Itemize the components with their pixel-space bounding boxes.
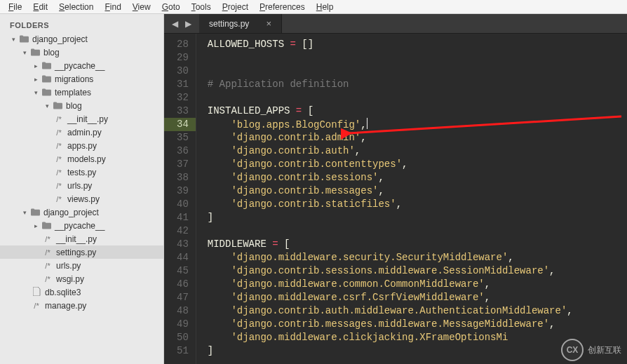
- code-line[interactable]: 'django.contrib.sessions.middleware.Sess…: [208, 264, 573, 278]
- file-ext-icon: /*: [52, 195, 66, 203]
- tree-folder[interactable]: ▾templates: [0, 86, 163, 99]
- chevron-right-icon[interactable]: ▸: [32, 222, 39, 229]
- code-line[interactable]: 'django.middleware.clickjacking.XFrameOp…: [208, 331, 573, 344]
- tree-file[interactable]: /*tests.py: [0, 166, 163, 179]
- tree-item-label: tests.py: [67, 168, 96, 177]
- code-line[interactable]: 'django.middleware.csrf.CsrfViewMiddlewa…: [208, 291, 573, 304]
- code-line[interactable]: [208, 224, 573, 238]
- tree-folder[interactable]: ▾django_project: [0, 205, 163, 219]
- code-content[interactable]: ALLOWED_HOSTS = []# Application definiti…: [196, 34, 573, 364]
- code-line[interactable]: 'blog.apps.BlogConfig',: [208, 118, 573, 131]
- code-line[interactable]: 'django.contrib.admin',: [208, 131, 573, 144]
- tree-file[interactable]: /*manage.py: [0, 299, 163, 312]
- file-ext-icon: /*: [41, 275, 55, 283]
- chevron-down-icon[interactable]: ▾: [32, 89, 39, 96]
- code-line[interactable]: 'django.contrib.messages.middleware.Mess…: [208, 318, 573, 331]
- tree-file[interactable]: /*admin.py: [0, 126, 163, 139]
- token-punc: ,: [485, 292, 490, 303]
- tree-file[interactable]: /*wsgi.py: [0, 272, 163, 285]
- tree-item-label: __pycache__: [55, 221, 104, 231]
- code-line[interactable]: MIDDLEWARE = [: [208, 238, 573, 251]
- token-plain: [208, 185, 231, 196]
- tree-file[interactable]: /*apps.py: [0, 139, 163, 152]
- menu-view[interactable]: View: [127, 1, 156, 13]
- token-punc: ,: [402, 159, 407, 170]
- menu-find[interactable]: Find: [99, 1, 126, 13]
- code-line[interactable]: ]: [208, 344, 573, 358]
- tab-settings[interactable]: settings.py ×: [199, 14, 282, 33]
- tab-next-icon[interactable]: ▶: [185, 19, 191, 29]
- token-punc: ,: [485, 278, 490, 290]
- menu-file[interactable]: File: [3, 1, 27, 13]
- code-line[interactable]: 'django.middleware.common.CommonMiddlewa…: [208, 278, 573, 291]
- tab-prev-icon[interactable]: ◀: [172, 19, 178, 29]
- line-number: 42: [177, 224, 189, 238]
- tree-item-label: __init__.py: [56, 234, 97, 244]
- code-line[interactable]: [208, 91, 573, 105]
- code-line[interactable]: # Application definition: [208, 78, 573, 91]
- token-plain: [290, 105, 295, 116]
- code-line[interactable]: [208, 51, 573, 65]
- folder-icon: [41, 62, 52, 69]
- token-cmt: # Application definition: [208, 79, 349, 90]
- folder-icon: [29, 48, 41, 56]
- menu-project[interactable]: Project: [217, 1, 254, 13]
- code-line[interactable]: 'django.contrib.messages',: [208, 184, 573, 198]
- chevron-down-icon[interactable]: ▾: [10, 36, 17, 43]
- close-icon[interactable]: ×: [266, 18, 271, 29]
- file-ext-icon: /*: [52, 155, 66, 163]
- code-line[interactable]: [208, 65, 573, 78]
- folder-icon: [41, 88, 52, 96]
- code-line[interactable]: 'django.contrib.sessions',: [208, 171, 573, 184]
- code-line[interactable]: ]: [208, 211, 573, 224]
- chevron-down-icon[interactable]: ▾: [21, 209, 28, 216]
- tree-folder[interactable]: ▸__pycache__: [0, 219, 163, 232]
- code-editor[interactable]: 2829303132333435363738394041424344454647…: [164, 34, 627, 364]
- chevron-right-icon[interactable]: ▸: [32, 76, 39, 83]
- tree-item-label: models.py: [67, 154, 106, 164]
- menu-selection[interactable]: Selection: [53, 1, 99, 13]
- chevron-down-icon[interactable]: ▾: [21, 49, 28, 56]
- token-punc: ,: [360, 119, 366, 130]
- tree-file[interactable]: /*settings.py: [0, 245, 163, 259]
- tree-folder[interactable]: ▾blog: [0, 46, 163, 59]
- code-line[interactable]: 'django.contrib.auth',: [208, 144, 573, 158]
- tree-item-label: django_project: [43, 208, 99, 217]
- tree-folder[interactable]: ▾blog: [0, 99, 163, 112]
- tree-file[interactable]: /*urls.py: [0, 259, 163, 272]
- token-plain: [208, 318, 231, 330]
- code-line[interactable]: 'django.contrib.auth.middleware.Authenti…: [208, 304, 573, 318]
- tree-file[interactable]: /*views.py: [0, 192, 163, 205]
- tree-file[interactable]: /*__init__.py: [0, 232, 163, 245]
- tree-folder[interactable]: ▸__pycache__: [0, 59, 163, 72]
- menu-help[interactable]: Help: [311, 1, 339, 13]
- chevron-down-icon[interactable]: ▾: [43, 102, 50, 109]
- menu-goto[interactable]: Goto: [156, 1, 186, 13]
- code-line[interactable]: 'django.middleware.security.SecurityMidd…: [208, 251, 573, 264]
- line-number: 35: [177, 131, 189, 144]
- code-line[interactable]: ALLOWED_HOSTS = []: [208, 38, 573, 51]
- code-line[interactable]: INSTALLED_APPS = [: [208, 105, 573, 118]
- token-punc: [: [308, 105, 314, 116]
- token-str: 'django.contrib.auth.middleware.Authenti…: [231, 305, 567, 316]
- tree-file[interactable]: db.sqlite3: [0, 285, 163, 299]
- tab-nav-arrows[interactable]: ◀ ▶: [164, 14, 199, 33]
- token-str: 'django.contrib.admin': [231, 132, 360, 143]
- tree-folder[interactable]: ▾django_project: [0, 32, 163, 46]
- menu-tools[interactable]: Tools: [186, 1, 217, 13]
- tree-file[interactable]: /*models.py: [0, 152, 163, 166]
- tree-file[interactable]: /*__init__.py: [0, 112, 163, 126]
- menu-edit[interactable]: Edit: [27, 1, 53, 13]
- line-number: 48: [177, 304, 189, 318]
- token-kw: ALLOWED_HOSTS: [208, 39, 284, 50]
- code-line[interactable]: 'django.contrib.contenttypes',: [208, 158, 573, 171]
- token-plain: [208, 252, 231, 263]
- tree-file[interactable]: /*urls.py: [0, 179, 163, 192]
- menu-preferences[interactable]: Preferences: [254, 1, 311, 13]
- tree-folder[interactable]: ▸migrations: [0, 72, 163, 86]
- chevron-right-icon[interactable]: ▸: [32, 62, 39, 69]
- folder-icon: [52, 102, 63, 109]
- code-line[interactable]: 'django.contrib.staticfiles',: [208, 198, 573, 211]
- token-punc: [: [284, 238, 290, 250]
- token-plain: [208, 265, 231, 276]
